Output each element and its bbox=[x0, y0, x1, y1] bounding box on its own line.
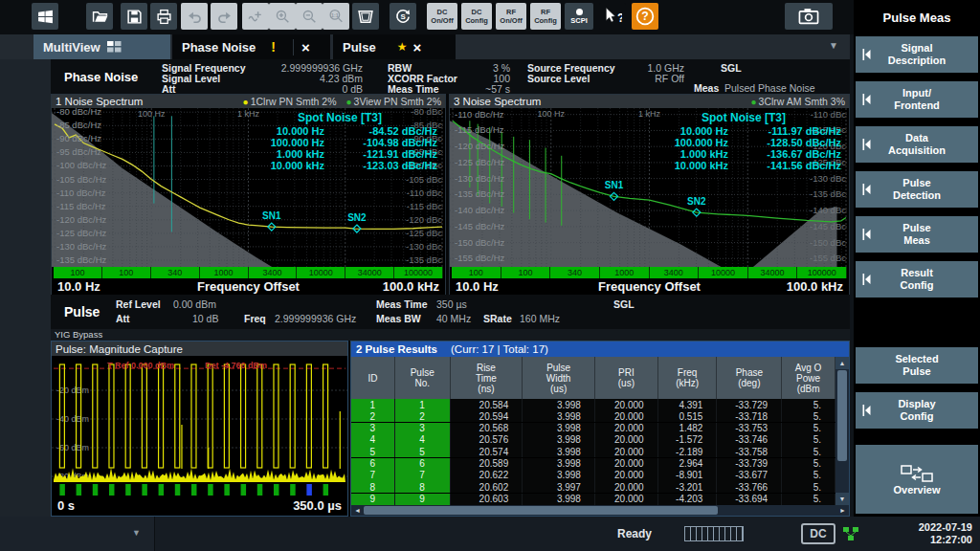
help-button[interactable]: ? bbox=[632, 3, 658, 30]
table-row[interactable]: 4420.5763.99820.000-1.572-33.7465. bbox=[351, 434, 835, 446]
table-row[interactable]: 2220.5943.99820.0000.515-33.7185. bbox=[351, 410, 835, 422]
srate-value: 160 MHz bbox=[520, 313, 560, 324]
results-vscrollbar[interactable]: ▲ ▼ bbox=[835, 357, 849, 505]
value-cell: -33.694 bbox=[717, 494, 782, 505]
sidebar-menu-title: Pulse Meas bbox=[854, 0, 980, 34]
screenshot-button[interactable] bbox=[785, 3, 833, 30]
dc-config-button[interactable]: DC Config bbox=[461, 3, 492, 30]
softkey-result-config[interactable]: ResultConfig bbox=[856, 261, 978, 298]
softkey-overview[interactable]: Overview bbox=[856, 445, 978, 514]
column-header[interactable]: PulseNo. bbox=[395, 357, 451, 399]
submenu-arrow-icon bbox=[862, 48, 871, 61]
segment-label: 100 bbox=[452, 267, 501, 278]
table-row[interactable]: 7720.6223.99820.000-8.901-33.6775. bbox=[351, 470, 835, 481]
svg-text:100 Hz: 100 Hz bbox=[537, 109, 565, 119]
phase-noise-channel-header[interactable]: Phase Noise SGL Meas Pulsed Phase Noise … bbox=[51, 59, 850, 94]
dc-onoff-button[interactable]: DC On/Off bbox=[427, 3, 457, 30]
windows-logo-button[interactable] bbox=[32, 3, 58, 30]
capture-titlebar[interactable]: Pulse: Magnitude Capture bbox=[52, 342, 347, 356]
svg-text:-125 dBc/Hz: -125 dBc/Hz bbox=[455, 157, 505, 167]
svg-text:-120 dBc/Hz: -120 dBc/Hz bbox=[455, 141, 505, 151]
scroll-left-icon[interactable]: ◄ bbox=[351, 507, 364, 514]
svg-text:-110 dBc/Hz: -110 dBc/Hz bbox=[455, 109, 504, 120]
table-row[interactable]: 1120.5843.99820.0004.391-33.7295. bbox=[351, 399, 835, 410]
zoom-in-button[interactable] bbox=[269, 3, 296, 30]
results-counter: (Curr: 17 | Total: 17) bbox=[451, 343, 548, 355]
svg-text:-125 dBc: -125 dBc bbox=[406, 228, 442, 238]
value-cell: 1.482 bbox=[658, 423, 718, 434]
segment-label: 3400 bbox=[650, 267, 700, 278]
undo-button[interactable] bbox=[181, 3, 208, 30]
att-value: 10 dB bbox=[192, 313, 218, 324]
column-header[interactable]: ID bbox=[351, 357, 395, 399]
scpi-button[interactable]: SCPI bbox=[565, 3, 593, 30]
sweep-sync-button[interactable]: S bbox=[390, 3, 416, 30]
submenu-arrow-icon bbox=[862, 404, 871, 417]
id-cell: 7 bbox=[351, 470, 395, 481]
table-row[interactable]: 3320.5683.99820.0001.482-33.7535. bbox=[351, 423, 835, 434]
softkey-display-config[interactable]: DisplayConfig bbox=[856, 392, 978, 429]
analyzer-screen: 1:1 S DC On/Off DC Config RF On/Off RF C… bbox=[0, 0, 980, 551]
redo-button[interactable] bbox=[211, 3, 237, 30]
spot-noise-row: 1.000 kHz-136.67 dBc/Hz bbox=[646, 148, 841, 160]
tab-pulse[interactable]: Pulse ★ × bbox=[333, 34, 456, 59]
tab-multiview[interactable]: MultiView bbox=[33, 34, 170, 59]
column-header[interactable]: PRI(us) bbox=[595, 357, 658, 399]
table-row[interactable]: 5520.5743.99820.000-2.189-33.7585. bbox=[351, 446, 835, 457]
tab-phase-noise[interactable]: Phase Noise ! × bbox=[172, 34, 330, 59]
pulse-marker bbox=[109, 484, 115, 496]
column-header[interactable]: Freq(kHz) bbox=[658, 357, 718, 399]
softkey-data-acquisition[interactable]: DataAcquisition bbox=[856, 126, 978, 163]
table-row[interactable]: 8820.6023.99720.000-3.201-33.7665. bbox=[351, 481, 835, 493]
value-cell: -4.203 bbox=[658, 494, 718, 505]
table-row[interactable]: 9920.6033.99820.000-4.203-33.6945. bbox=[351, 494, 835, 505]
dc-status-button[interactable]: DC bbox=[801, 523, 835, 544]
column-header[interactable]: Phase(deg) bbox=[717, 357, 782, 399]
sgl-badge-pulse: SGL bbox=[613, 298, 635, 310]
rf-config-button[interactable]: RF Config bbox=[530, 3, 561, 30]
toolbar: 1:1 S DC On/Off DC Config RF On/Off RF C… bbox=[0, 0, 854, 34]
hscroll-thumb[interactable] bbox=[364, 506, 718, 515]
open-file-button[interactable] bbox=[86, 3, 113, 30]
status-dropdown-icon[interactable]: ▼ bbox=[132, 528, 141, 538]
zoom-selection-button[interactable] bbox=[242, 3, 269, 30]
svg-text:-110 dBc: -110 dBc bbox=[407, 187, 443, 198]
tab-pulse-close-icon[interactable]: × bbox=[407, 39, 427, 55]
status-dropdown-section[interactable]: ▼ bbox=[0, 517, 155, 551]
softkey-input-frontend[interactable]: Input/Frontend bbox=[856, 81, 978, 118]
value-cell: 3.998 bbox=[523, 423, 595, 434]
scroll-down-icon[interactable]: ▼ bbox=[835, 493, 849, 505]
segment-label: 3400 bbox=[249, 267, 298, 278]
scroll-right-icon[interactable]: ► bbox=[836, 507, 849, 514]
print-button[interactable] bbox=[150, 3, 177, 30]
zoom-reset-button[interactable]: 1:1 bbox=[323, 3, 349, 30]
value-cell: 5. bbox=[782, 494, 835, 505]
noise-spectrum-1-titlebar[interactable]: 1 Noise Spectrum ●1Clrw PN Smth 2%●3View… bbox=[52, 95, 445, 108]
scroll-up-icon[interactable]: ▲ bbox=[835, 357, 849, 369]
pulse-marker bbox=[59, 484, 64, 496]
id-cell: 3 bbox=[351, 423, 395, 434]
softkey-signal-description[interactable]: SignalDescription bbox=[856, 36, 978, 73]
rf-onoff-button[interactable]: RF On/Off bbox=[496, 3, 526, 30]
vscroll-thumb[interactable] bbox=[837, 370, 847, 461]
tab-overflow-dropdown-icon[interactable]: ▼ bbox=[829, 40, 838, 51]
zoom-out-button[interactable] bbox=[296, 3, 323, 30]
spot-noise-row: 10.000 Hz-111.97 dBc/Hz bbox=[646, 125, 841, 137]
svg-text:-130 dBc/Hz: -130 dBc/Hz bbox=[455, 173, 505, 184]
table-row[interactable]: 6620.5893.99820.0002.964-33.7395. bbox=[351, 458, 835, 470]
tab-phase-noise-close-icon[interactable]: × bbox=[293, 39, 318, 55]
pulse-channel-header[interactable]: Pulse Ref Level 0.00 dBm Att 10 dB Freq … bbox=[51, 295, 850, 329]
noise-spectrum-3-titlebar[interactable]: 3 Noise Spectrum ●3Clrw AM Smth 3% bbox=[450, 95, 849, 108]
results-hscrollbar[interactable]: ◄ ► bbox=[351, 505, 849, 516]
save-button[interactable] bbox=[121, 3, 147, 30]
column-header[interactable]: RiseTime(ns) bbox=[451, 357, 523, 399]
softkey-pulse-detection[interactable]: PulseDetection bbox=[856, 171, 978, 208]
column-header[interactable]: PulseWidth(us) bbox=[523, 357, 595, 399]
results-titlebar[interactable]: 2 Pulse Results (Curr: 17 | Total: 17) bbox=[351, 342, 849, 357]
svg-text:-150 dBc: -150 dBc bbox=[810, 237, 846, 248]
context-help-button[interactable]: ? bbox=[599, 3, 626, 30]
softkey-pulse-meas[interactable]: PulseMeas bbox=[856, 216, 978, 253]
softkey-selected-pulse[interactable]: SelectedPulse bbox=[856, 347, 978, 384]
display-frame-button[interactable] bbox=[352, 3, 379, 30]
column-header[interactable]: Avg OPowe(dBm bbox=[782, 357, 835, 399]
